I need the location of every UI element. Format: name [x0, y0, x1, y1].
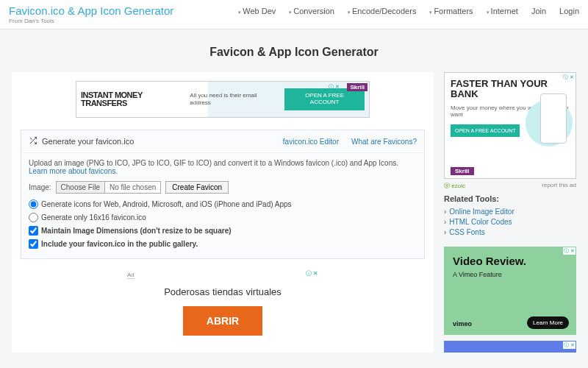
- checkbox-public[interactable]: [29, 239, 38, 249]
- nav-login[interactable]: Login: [559, 7, 579, 15]
- caret-icon: ▾: [289, 10, 292, 15]
- side-ad2-title: Video Review.: [453, 255, 567, 268]
- what-are-favicons-link[interactable]: What are Favicons?: [351, 138, 417, 146]
- panel-body: Upload an image (PNG to ICO, JPG to ICO,…: [21, 153, 424, 258]
- nav-internet[interactable]: ▾Internet: [487, 7, 518, 15]
- main-column: INSTANT MONEY TRANSFERS All you need is …: [12, 72, 434, 353]
- nav-formatters[interactable]: ▾Formatters: [429, 7, 473, 15]
- brand-subtitle: From Dan's Tools: [9, 18, 173, 24]
- top-bar: Favicon.ico & App Icon Generator From Da…: [0, 0, 588, 29]
- related-link-colors[interactable]: HTML Color Codes: [444, 218, 576, 226]
- banner-cta-button[interactable]: OPEN A FREE ACCOUNT: [284, 88, 365, 110]
- banner-ad[interactable]: INSTANT MONEY TRANSFERS All you need is …: [76, 81, 370, 118]
- related-link-editor[interactable]: Online Image Editor: [444, 208, 576, 216]
- ad-info-icon[interactable]: ⓘ ✕: [329, 83, 340, 91]
- content-container: INSTANT MONEY TRANSFERS All you need is …: [0, 72, 588, 353]
- nav-encode[interactable]: ▾Encode/Decoders: [348, 7, 416, 15]
- skrill-badge: Skrill: [347, 83, 368, 91]
- phone-graphic: [540, 93, 567, 144]
- main-nav: ▾Web Dev ▾Conversion ▾Encode/Decoders ▾F…: [238, 4, 579, 15]
- shuffle-icon: [29, 136, 37, 146]
- nav-join[interactable]: Join: [531, 7, 546, 15]
- opt-public-gallery[interactable]: Include your favicon.ico in the public g…: [29, 239, 417, 249]
- side-ad1-button[interactable]: OPEN A FREE ACCOUNT: [451, 124, 520, 137]
- image-label: Image:: [29, 183, 51, 191]
- checkbox-maintain[interactable]: [29, 226, 38, 236]
- side-ad-vimeo[interactable]: ⓘ ✕ Video Review. A Vimeo Feature vimeo …: [444, 247, 576, 335]
- ad-close-icon[interactable]: ⓘ ✕: [563, 342, 576, 349]
- file-input[interactable]: Choose File No file chosen: [56, 181, 162, 194]
- panel-header: Generate your favicon.ico favicon.ico Ed…: [21, 130, 424, 153]
- radio-generate-16[interactable]: [29, 213, 38, 222]
- generate-panel: Generate your favicon.ico favicon.ico Ed…: [21, 130, 425, 259]
- skrill-badge: Skrill: [451, 167, 474, 175]
- side-ad2-sub: A Vimeo Feature: [453, 271, 567, 278]
- caret-icon: ▾: [487, 10, 490, 15]
- related-tools: Related Tools: Online Image Editor HTML …: [444, 194, 576, 236]
- page-title: Favicon & App Icon Generator: [0, 46, 588, 59]
- choose-file-button[interactable]: Choose File: [57, 182, 105, 193]
- mid-ad-button[interactable]: ABRIR: [183, 306, 262, 336]
- favicon-editor-link[interactable]: favicon.ico Editor: [283, 138, 339, 146]
- ad-close-icon[interactable]: ⓘ ✕: [562, 74, 575, 81]
- ad-close-icon[interactable]: ⓘ ✕: [306, 269, 318, 277]
- nav-webdev[interactable]: ▾Web Dev: [238, 7, 276, 15]
- opt-maintain-dimensions[interactable]: Maintain Image Dimensions (don't resize …: [29, 226, 417, 236]
- sidebar: ⓘ ✕ FASTER THAN YOUR BANK Move your mone…: [444, 72, 576, 353]
- mid-ad-title: Poderosas tiendas virtuales: [127, 286, 318, 297]
- panel-description: Upload an image (PNG to ICO, JPG to ICO,…: [29, 159, 417, 175]
- ezoic-brand[interactable]: ⓔ ezoic: [444, 182, 465, 190]
- side-ad-skrill[interactable]: ⓘ ✕ FASTER THAN YOUR BANK Move your mone…: [444, 72, 576, 179]
- file-status: No file chosen: [105, 182, 160, 193]
- learn-more-link[interactable]: Learn more about favicons.: [29, 167, 118, 175]
- create-favicon-button[interactable]: Create Favicon: [165, 181, 229, 194]
- caret-icon: ▾: [238, 10, 241, 15]
- side-ad-bottom[interactable]: ⓘ ✕: [444, 341, 576, 353]
- caret-icon: ▾: [429, 10, 432, 15]
- nav-conversion[interactable]: ▾Conversion: [289, 7, 334, 15]
- ad-close-icon[interactable]: ⓘ ✕: [563, 247, 576, 255]
- learn-more-button[interactable]: Learn More: [527, 316, 569, 329]
- ad-label: Ad: [127, 272, 135, 279]
- ezoic-row: ⓔ ezoic report this ad: [444, 182, 576, 190]
- banner-title: INSTANT MONEY TRANSFERS: [81, 91, 184, 107]
- report-ad-link[interactable]: report this ad: [542, 182, 576, 190]
- caret-icon: ▾: [348, 10, 351, 15]
- opt-generate-16[interactable]: Generate only 16x16 favicon.ico: [29, 213, 417, 222]
- related-link-fonts[interactable]: CSS Fonts: [444, 228, 576, 236]
- radio-generate-all[interactable]: [29, 199, 38, 209]
- panel-title: Generate your favicon.ico: [42, 137, 134, 146]
- related-title: Related Tools:: [444, 194, 576, 203]
- brand-block: Favicon.ico & App Icon Generator From Da…: [9, 4, 173, 24]
- brand-title[interactable]: Favicon.ico & App Icon Generator: [9, 4, 173, 17]
- vimeo-logo: vimeo: [453, 320, 472, 328]
- banner-sub: All you need is their email address: [190, 92, 274, 106]
- image-row: Image: Choose File No file chosen Create…: [29, 181, 417, 194]
- opt-generate-all[interactable]: Generate icons for Web, Android, Microso…: [29, 199, 417, 209]
- mid-ad[interactable]: Adⓘ ✕ Poderosas tiendas virtuales ABRIR: [127, 269, 318, 336]
